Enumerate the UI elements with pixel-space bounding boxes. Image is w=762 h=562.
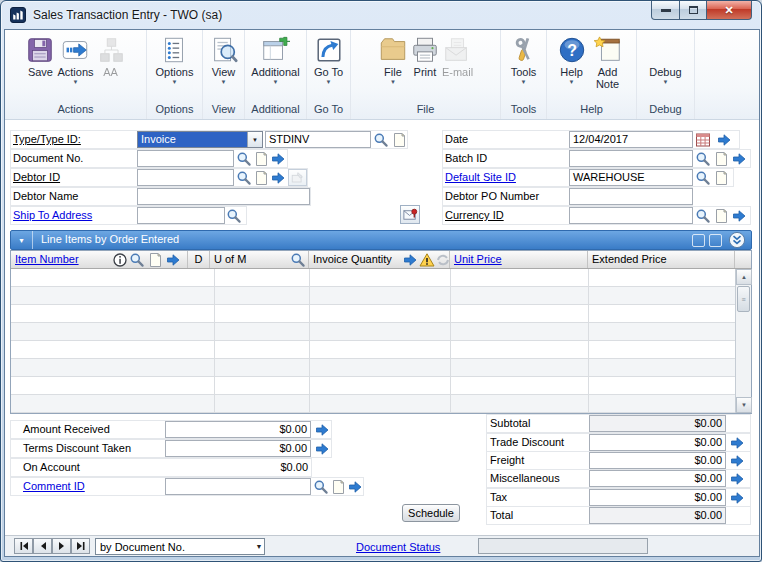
grid-row-7[interactable] <box>11 377 735 395</box>
scroll-up-icon[interactable]: ▲ <box>736 269 752 285</box>
ship-to-edit-address-button[interactable] <box>400 205 420 224</box>
debtor-id-field[interactable] <box>137 169 234 186</box>
batch-id-field[interactable] <box>569 150 693 167</box>
batch-id-expansion-icon[interactable] <box>731 151 747 167</box>
help-button[interactable]: Help ▼ <box>556 33 588 87</box>
currency-note-icon[interactable] <box>713 208 729 224</box>
grid-row-8[interactable] <box>11 395 735 413</box>
debtor-po-number-field[interactable] <box>569 188 693 205</box>
comment-expansion-icon[interactable] <box>347 479 363 495</box>
debtor-id-note-icon[interactable] <box>253 170 269 186</box>
batch-id-lookup-icon[interactable] <box>695 151 711 167</box>
debug-button[interactable]: Debug ▼ <box>648 33 682 87</box>
document-no-lookup-icon[interactable] <box>236 151 252 167</box>
item-number-header-link[interactable]: Item Number <box>15 253 79 265</box>
comment-id-field[interactable] <box>165 478 311 495</box>
line-items-mini-button-2[interactable] <box>709 234 722 247</box>
nav-last-record-button[interactable] <box>71 538 90 554</box>
site-note-icon[interactable] <box>713 170 729 186</box>
miscellaneous-expansion-icon[interactable] <box>729 471 745 487</box>
tax-expansion-icon[interactable] <box>729 490 745 506</box>
nav-previous-record-button[interactable] <box>33 538 52 554</box>
document-no-field[interactable] <box>137 150 234 167</box>
item-lookup-icon[interactable] <box>129 252 145 268</box>
amount-received-field[interactable]: $0.00 <box>165 421 311 438</box>
ship-to-lookup-icon[interactable] <box>226 208 242 224</box>
print-button[interactable]: Print <box>409 33 441 80</box>
site-lookup-icon[interactable] <box>695 170 711 186</box>
close-button[interactable]: ✕ <box>707 1 752 20</box>
terms-discount-expansion-icon[interactable] <box>314 441 330 457</box>
nav-next-record-button[interactable] <box>52 538 71 554</box>
ship-to-address-field[interactable] <box>137 207 225 224</box>
currency-id-label[interactable]: Currency ID <box>445 207 504 224</box>
debtor-name-field[interactable] <box>137 188 310 205</box>
show-details-chevron-icon[interactable] <box>728 231 746 249</box>
default-site-id-field[interactable]: WAREHOUSE <box>569 169 693 186</box>
batch-id-note-icon[interactable] <box>713 151 729 167</box>
minimize-button[interactable] <box>651 1 680 20</box>
actions-button[interactable]: Actions ▼ <box>56 33 94 87</box>
item-info-icon[interactable] <box>112 252 128 268</box>
maximize-button[interactable] <box>680 1 707 20</box>
date-field[interactable]: 12/04/2017 <box>569 131 693 148</box>
type-id-note-icon[interactable] <box>391 132 407 148</box>
freight-expansion-icon[interactable] <box>729 453 745 469</box>
goto-button[interactable]: Go To ▼ <box>313 33 345 87</box>
view-button[interactable]: View ▼ <box>208 33 240 87</box>
scroll-down-icon[interactable]: ▼ <box>736 397 752 413</box>
terms-discount-field[interactable]: $0.00 <box>165 440 311 457</box>
debtor-id-expansion-icon[interactable] <box>270 170 286 186</box>
item-expansion-icon[interactable] <box>165 252 181 268</box>
type-id-field[interactable]: STDINV <box>265 131 371 148</box>
trade-discount-expansion-icon[interactable] <box>729 435 745 451</box>
type-id-lookup-icon[interactable] <box>373 132 389 148</box>
freight-field[interactable]: $0.00 <box>589 452 726 469</box>
tools-button[interactable]: Tools ▼ <box>508 33 540 87</box>
line-items-dropdown-button[interactable]: ▼ <box>11 231 33 249</box>
unit-price-header-link[interactable]: Unit Price <box>454 253 502 265</box>
ship-to-address-link[interactable]: Ship To Address <box>13 207 92 224</box>
grid-row-1[interactable] <box>11 269 735 287</box>
grid-row-2[interactable] <box>11 287 735 305</box>
comment-lookup-icon[interactable] <box>313 479 329 495</box>
grid-row-6[interactable] <box>11 359 735 377</box>
scrollbar-thumb[interactable]: ≡ <box>737 286 750 312</box>
type-dropdown-button[interactable]: ▼ <box>247 132 262 147</box>
titlebar[interactable]: Sales Transaction Entry - TWO (sa) ✕ <box>1 1 761 29</box>
uofm-lookup-icon[interactable] <box>290 252 306 268</box>
grid-row-4[interactable] <box>11 323 735 341</box>
date-calendar-icon[interactable] <box>695 132 711 148</box>
document-no-expansion-icon[interactable] <box>270 151 286 167</box>
options-button[interactable]: Options ▼ <box>155 33 195 87</box>
currency-expansion-icon[interactable] <box>731 208 747 224</box>
comment-id-link[interactable]: Comment ID <box>23 478 85 495</box>
default-site-id-link[interactable]: Default Site ID <box>445 169 516 186</box>
document-status-link[interactable]: Document Status <box>356 539 440 556</box>
amount-received-expansion-icon[interactable] <box>314 422 330 438</box>
grid-row-3[interactable] <box>11 305 735 323</box>
debtor-id-label[interactable]: Debtor ID <box>13 169 60 186</box>
currency-id-field[interactable] <box>569 207 693 224</box>
type-type-id-label[interactable]: Type/Type ID: <box>13 131 81 148</box>
file-button[interactable]: File ▼ <box>377 33 409 87</box>
item-note-icon[interactable] <box>147 252 163 268</box>
miscellaneous-field[interactable]: $0.00 <box>589 470 726 487</box>
date-expansion-icon[interactable] <box>716 132 732 148</box>
add-note-button[interactable]: Add Note <box>588 33 628 92</box>
quantity-expansion-icon[interactable] <box>402 252 418 268</box>
trade-discount-field[interactable]: $0.00 <box>589 434 726 451</box>
tax-field[interactable]: $0.00 <box>589 489 726 506</box>
grid-scrollbar[interactable]: ▲ ≡ ▼ <box>735 269 751 413</box>
sort-by-dropdown[interactable]: by Document No. ▼ <box>95 538 265 555</box>
schedule-button[interactable]: Schedule <box>402 504 460 522</box>
nav-first-record-button[interactable] <box>14 538 33 554</box>
type-dropdown[interactable]: Invoice ▼ <box>137 131 263 148</box>
debtor-id-lookup-icon[interactable] <box>236 170 252 186</box>
grid-row-5[interactable] <box>11 341 735 359</box>
comment-note-icon[interactable] <box>330 479 346 495</box>
column-header-unit-price[interactable]: Unit Price <box>450 251 588 268</box>
currency-lookup-icon[interactable] <box>695 208 711 224</box>
save-button[interactable]: Save <box>24 33 56 80</box>
document-no-note-icon[interactable] <box>253 151 269 167</box>
